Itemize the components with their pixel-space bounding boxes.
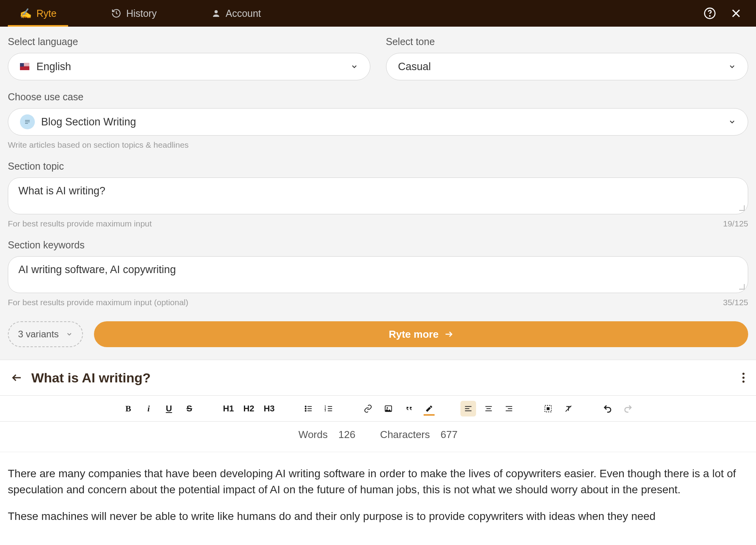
clear-format-button[interactable] [561,401,576,416]
align-center-button[interactable] [481,401,496,416]
help-icon[interactable] [704,7,716,20]
tone-label: Select tone [386,36,749,47]
bullet-list-button[interactable] [301,401,316,416]
svg-point-0 [215,10,218,13]
chevron-down-icon [66,331,73,338]
italic-button[interactable]: i [141,401,157,416]
svg-point-17 [305,410,306,411]
svg-text:3: 3 [325,409,326,412]
ryte-more-label: Ryte more [389,328,438,340]
topic-input[interactable]: What is AI writing? [8,177,748,214]
result-title: What is AI writing? [31,370,151,386]
chevron-down-icon [350,63,358,71]
tab-history[interactable]: History [99,0,168,27]
editor-stats: Words 126 Characters 677 [0,422,756,452]
result-header: What is AI writing? [0,360,756,396]
tone-value: Casual [398,61,431,73]
h2-button[interactable]: H2 [241,401,257,416]
language-select[interactable]: English [8,53,370,80]
keywords-counter: 35/125 [723,298,748,307]
usecase-select[interactable]: Blog Section Writing [8,108,748,136]
svg-point-2 [709,16,710,16]
variants-select[interactable]: 3 variants [8,321,83,347]
arrow-right-icon [444,330,453,339]
keywords-label: Section keywords [8,239,748,251]
tab-ryte[interactable]: ✍️ Ryte [8,0,68,27]
topic-label: Section topic [8,161,748,172]
svg-point-11 [742,377,745,379]
strikethrough-button[interactable]: S [182,401,197,416]
paragraph: These machines will never be able to wri… [8,508,748,524]
image-button[interactable] [381,401,396,416]
variants-label: 3 variants [18,329,59,340]
usecase-label: Choose use case [8,91,748,103]
words-label: Words [298,429,328,440]
ryte-more-button[interactable]: Ryte more [94,321,748,347]
editor-toolbar: B i U S H1 H2 H3 123 [0,396,756,422]
h1-button[interactable]: H1 [221,401,236,416]
chars-label: Characters [380,429,430,440]
person-icon [211,9,221,18]
close-icon[interactable] [730,7,742,19]
chars-count: 677 [440,429,457,440]
chevron-down-icon [728,63,736,71]
tab-ryte-label: Ryte [36,8,56,19]
editor-body[interactable]: There are many companies that have been … [0,452,756,545]
svg-point-12 [742,380,745,383]
redo-button[interactable] [620,401,636,416]
tone-select[interactable]: Casual [386,53,749,80]
kebab-menu-icon[interactable] [742,372,745,384]
words-count: 126 [338,429,355,440]
language-value: English [36,61,71,73]
language-label: Select language [8,36,370,47]
svg-point-15 [305,408,306,409]
history-icon [111,8,121,18]
topic-value: What is AI writing? [18,185,105,197]
highlight-button[interactable] [421,401,437,416]
keywords-helper: For best results provide maximum input (… [8,298,188,307]
bold-button[interactable]: B [121,401,136,416]
back-arrow-icon[interactable] [11,372,23,384]
topic-helper: For best results provide maximum input [8,219,152,228]
align-right-button[interactable] [501,401,517,416]
keywords-value: AI writing software, AI copywriting [18,264,176,275]
svg-rect-37 [547,407,549,410]
numbered-list-button[interactable]: 123 [321,401,337,416]
underline-button[interactable]: U [161,401,177,416]
lines-icon [20,114,35,129]
h3-button[interactable]: H3 [262,401,277,416]
svg-point-10 [742,373,745,375]
select-all-button[interactable] [540,401,556,416]
tab-account[interactable]: Account [200,0,272,27]
form-area: Select language English Select tone Casu… [0,27,756,360]
svg-point-26 [386,407,388,409]
align-left-button[interactable] [460,401,476,416]
chevron-down-icon [728,118,736,126]
top-bar: ✍️ Ryte History Account [0,0,756,27]
tab-history-label: History [126,8,157,19]
keywords-input[interactable]: AI writing software, AI copywriting [8,256,748,293]
undo-button[interactable] [600,401,615,416]
topic-counter: 19/125 [723,219,748,228]
usecase-helper: Write articles based on section topics &… [8,140,748,150]
paragraph: There are many companies that have been … [8,465,748,498]
svg-point-13 [305,406,306,407]
pencil-hand-icon: ✍️ [20,8,32,19]
usecase-value: Blog Section Writing [41,116,136,128]
us-flag-icon [20,63,29,70]
tab-account-label: Account [226,8,261,19]
link-button[interactable] [360,401,376,416]
quote-button[interactable] [401,401,417,416]
